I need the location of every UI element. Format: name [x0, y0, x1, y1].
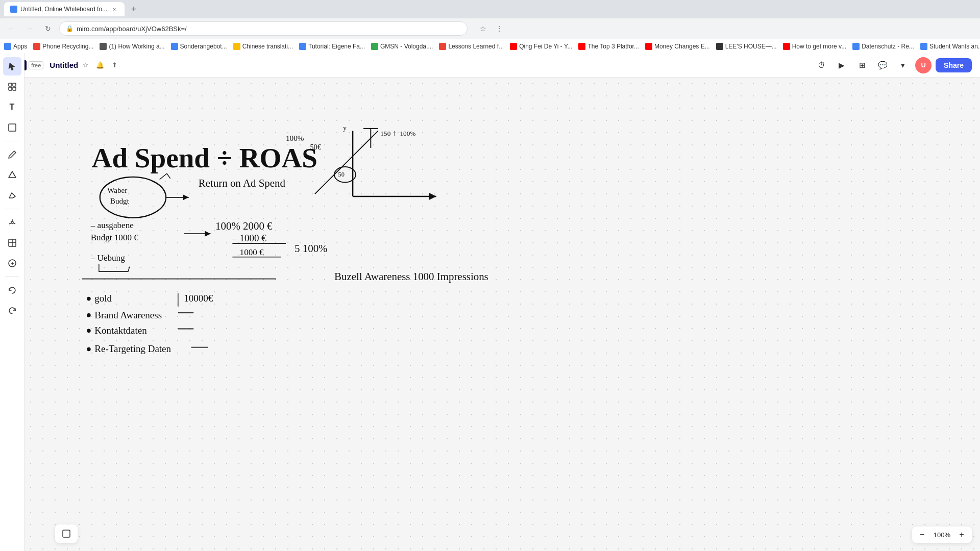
svg-point-15	[100, 177, 166, 218]
bookmark-sonder[interactable]: Sonderangebot...	[171, 43, 227, 50]
left-sidebar: T	[0, 53, 24, 551]
back-button[interactable]: ←	[4, 21, 18, 36]
zoom-bar: − 100% +	[912, 527, 972, 543]
tool-more[interactable]	[3, 254, 21, 272]
svg-rect-0	[9, 83, 12, 86]
active-tab[interactable]: Untitled, Online Whiteboard fo... ×	[4, 2, 125, 16]
tool-shapes[interactable]	[3, 166, 21, 184]
tool-mindmap[interactable]	[3, 213, 21, 232]
bookmark-chinese[interactable]: Chinese translati...	[233, 43, 293, 50]
svg-text:5 100%: 5 100%	[295, 242, 327, 255]
tool-select[interactable]	[3, 57, 21, 76]
bookmark-howmore[interactable]: How to get more v...	[783, 43, 846, 50]
share-small-icon[interactable]: ⬆	[109, 60, 120, 71]
svg-text:50€: 50€	[310, 143, 321, 151]
bookmark-student-icon	[920, 43, 927, 50]
bookmark-daten[interactable]: Datenschutz - Re...	[852, 43, 914, 50]
board-title[interactable]: Untitled	[50, 61, 78, 69]
bell-icon[interactable]: 🔔	[94, 60, 106, 71]
timer-icon[interactable]: ⏱	[813, 57, 829, 73]
canvas-wrapper[interactable]: Ad Spend ÷ ROAS Waber Budgt Return on Ad…	[24, 78, 980, 551]
bookmark-gmsn-icon	[371, 43, 378, 50]
url-display: miro.com/app/board/uXjVOw62BSk=/	[77, 25, 461, 33]
svg-text:y: y	[343, 124, 347, 132]
reload-button[interactable]: ↻	[41, 21, 55, 36]
comment-icon[interactable]: 💬	[874, 57, 891, 73]
tool-undo[interactable]	[3, 281, 21, 299]
svg-text:50: 50	[338, 171, 345, 178]
whiteboard-content: Ad Spend ÷ ROAS Waber Budgt Return on Ad…	[24, 78, 980, 551]
app-layout: miro free Untitled ☆ 🔔 ⬆ ⏱ ▶ ⊞ 💬 ▾ U Sha…	[0, 53, 980, 551]
svg-line-7	[13, 223, 15, 224]
page-bar	[55, 524, 78, 543]
pages-button[interactable]	[59, 527, 74, 541]
tool-pen[interactable]	[3, 145, 21, 164]
svg-text:– Uebung: – Uebung	[90, 253, 125, 263]
svg-text:150: 150	[380, 130, 390, 137]
top-bar: miro free Untitled ☆ 🔔 ⬆ ⏱ ▶ ⊞ 💬 ▾ U Sha…	[0, 53, 980, 78]
forward-button[interactable]: →	[22, 21, 37, 36]
bookmark-button[interactable]: ☆	[476, 21, 490, 36]
svg-rect-2	[9, 87, 12, 90]
bookmark-apps[interactable]: Apps	[4, 43, 27, 50]
svg-point-35	[87, 313, 91, 317]
bookmark-daten-icon	[852, 43, 860, 50]
bookmark-top3-icon	[578, 43, 585, 50]
sidebar-divider-3	[5, 277, 19, 277]
bookmark-lee-icon	[716, 43, 723, 50]
svg-rect-58	[63, 530, 70, 537]
top-bar-right: ⏱ ▶ ⊞ 💬 ▾ U Share	[813, 57, 972, 73]
bookmark-qing[interactable]: Qing Fei De Yi - Y...	[510, 43, 572, 50]
canvas[interactable]: Ad Spend ÷ ROAS Waber Budgt Return on Ad…	[24, 78, 980, 551]
bookmarks-bar: Apps Phone Recycling... (1) How Working …	[0, 39, 980, 53]
address-bar[interactable]: 🔒 miro.com/app/board/uXjVOw62BSk=/	[59, 21, 468, 36]
bookmark-student[interactable]: Student Wants an...	[920, 43, 980, 50]
tab-close-button[interactable]: ×	[110, 5, 118, 13]
chevron-down-icon[interactable]: ▾	[895, 57, 911, 73]
bookmark-how-icon	[100, 43, 107, 50]
grid-icon[interactable]: ⊞	[854, 57, 870, 73]
bookmark-phone[interactable]: Phone Recycling...	[33, 43, 93, 50]
zoom-in-button[interactable]: +	[955, 529, 968, 541]
tool-redo[interactable]	[3, 302, 21, 320]
svg-text:Return on Ad Spend: Return on Ad Spend	[199, 177, 286, 189]
svg-text:Kontaktdaten: Kontaktdaten	[94, 325, 147, 336]
tool-eraser[interactable]	[3, 186, 21, 205]
svg-rect-4	[9, 124, 16, 131]
svg-text:Waber: Waber	[107, 186, 127, 194]
svg-text:Budgt 1000 €: Budgt 1000 €	[91, 233, 139, 242]
bookmark-qing-icon	[510, 43, 517, 50]
zoom-out-button[interactable]: −	[916, 529, 928, 541]
sidebar-divider-1	[5, 141, 19, 141]
avatar[interactable]: U	[915, 57, 932, 73]
svg-point-55	[334, 167, 356, 182]
tool-sticky[interactable]	[3, 118, 21, 137]
star-icon[interactable]: ☆	[80, 60, 91, 71]
new-tab-button[interactable]: +	[127, 2, 141, 16]
tool-table[interactable]	[3, 234, 21, 252]
bookmark-how[interactable]: (1) How Working a...	[100, 43, 164, 50]
tool-text[interactable]: T	[3, 98, 21, 116]
bookmark-howmore-icon	[783, 43, 790, 50]
bookmark-lessons[interactable]: Lessons Learned f...	[439, 43, 504, 50]
bookmark-money[interactable]: Money Changes E...	[645, 43, 710, 50]
svg-text:100%: 100%	[400, 130, 415, 137]
sidebar-divider-2	[5, 209, 19, 209]
svg-text:Re-Targeting Daten: Re-Targeting Daten	[94, 343, 171, 354]
address-bar-row: ← → ↻ 🔒 miro.com/app/board/uXjVOw62BSk=/…	[0, 18, 980, 39]
svg-text:gold: gold	[94, 293, 112, 304]
tool-frames[interactable]	[3, 78, 21, 96]
browser-menu-button[interactable]: ⋮	[492, 21, 506, 36]
svg-text:1000 €: 1000 €	[240, 247, 264, 257]
bookmark-top3[interactable]: The Top 3 Platfor...	[578, 43, 639, 50]
bookmark-money-icon	[645, 43, 652, 50]
secure-icon: 🔒	[66, 25, 74, 32]
browser-chrome: Untitled, Online Whiteboard fo... × + ← …	[0, 0, 980, 53]
present-icon[interactable]: ▶	[834, 57, 850, 73]
bookmark-gmsn[interactable]: GMSN - Vologda,...	[371, 43, 433, 50]
bookmark-tutorial[interactable]: Tutorial: Eigene Fa...	[299, 43, 365, 50]
bookmark-chinese-icon	[233, 43, 240, 50]
bookmark-lee[interactable]: LEE'S HOUSE—...	[716, 43, 777, 50]
share-button[interactable]: Share	[936, 58, 972, 72]
svg-text:Buzell Awareness 1000 Impressi: Buzell Awareness 1000 Impressions	[334, 270, 488, 283]
